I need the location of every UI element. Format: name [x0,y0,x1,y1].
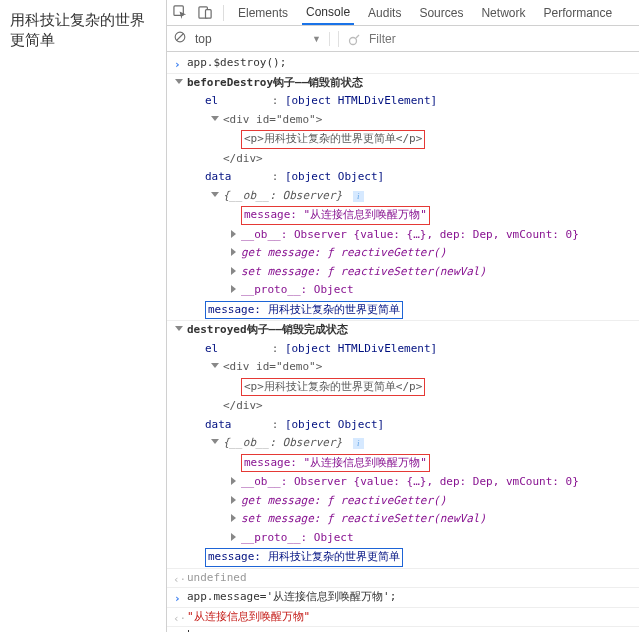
el-expanded[interactable]: <div id="demo"> [167,111,639,130]
tab-console[interactable]: Console [302,1,354,25]
triangle-down-icon [211,439,219,444]
console-prompt[interactable]: › [167,627,639,632]
data-obj[interactable]: {__ob__: Observer} i [167,187,639,206]
data-get[interactable]: get message: ƒ reactiveGetter() [167,244,639,263]
console-output: › app.$destroy(); beforeDestroy钩子——销毁前状态… [167,52,639,632]
prompt-icon: › [174,591,181,608]
prompt-icon: › [174,57,181,74]
triangle-right-icon [231,496,236,504]
chevron-down-icon: ▼ [312,34,321,44]
data-set[interactable]: set message: ƒ reactiveSetter(newVal) [167,263,639,282]
data-message: message: "从连接信息到唤醒万物" [167,205,639,226]
triangle-down-icon [211,363,219,368]
hook-title: beforeDestroy钩子——销毁前状态 [187,76,363,89]
field-data: data : [object Object] [167,416,639,435]
svg-rect-2 [206,10,212,18]
devtools: Elements Console Audits Sources Network … [167,0,639,632]
data-proto[interactable]: __proto__: Object [167,281,639,300]
el-close: </div> [167,397,639,416]
triangle-down-icon [211,192,219,197]
device-icon[interactable] [198,5,213,20]
cmd-text: app.$destroy(); [187,56,286,69]
result-icon: ‹· [173,611,186,628]
filter-icon[interactable] [347,30,361,47]
field-message: message: 用科技让复杂的世界更简单 [167,547,639,569]
data-ob[interactable]: __ob__: Observer {value: {…}, dep: Dep, … [167,473,639,492]
triangle-down-icon [175,326,183,331]
tab-sources[interactable]: Sources [415,2,467,24]
triangle-right-icon [231,514,236,522]
svg-line-4 [177,34,184,41]
console-input-line: › app.$destroy(); [167,54,639,74]
el-expanded[interactable]: <div id="demo"> [167,358,639,377]
field-el: el : [object HTMLDivElement] [167,340,639,359]
result-line: ‹· undefined [167,569,639,589]
field-data: data : [object Object] [167,168,639,187]
hook-header[interactable]: destroyed钩子——销毁完成状态 [167,321,639,340]
el-close: </div> [167,150,639,169]
context-value: top [195,32,212,46]
triangle-right-icon [231,230,236,238]
triangle-down-icon [211,116,219,121]
data-get[interactable]: get message: ƒ reactiveGetter() [167,492,639,511]
svg-point-5 [350,38,357,45]
info-badge-icon: i [353,191,364,202]
data-set[interactable]: set message: ƒ reactiveSetter(newVal) [167,510,639,529]
context-select[interactable]: top ▼ [195,32,330,46]
tab-performance[interactable]: Performance [539,2,616,24]
triangle-right-icon [231,477,236,485]
clear-console-icon[interactable] [173,30,187,47]
cmd-text: app.message='从连接信息到唤醒万物'; [187,590,396,603]
page-content: 用科技让复杂的世界更简单 [0,0,167,632]
tab-network[interactable]: Network [477,2,529,24]
triangle-right-icon [231,267,236,275]
triangle-right-icon [231,248,236,256]
info-badge-icon: i [353,438,364,449]
triangle-right-icon [231,285,236,293]
el-child: <p>用科技让复杂的世界更简单</p> [167,129,639,150]
data-ob[interactable]: __ob__: Observer {value: {…}, dep: Dep, … [167,226,639,245]
app-text: 用科技让复杂的世界更简单 [10,10,156,49]
triangle-right-icon [231,533,236,541]
el-child: <p>用科技让复杂的世界更简单</p> [167,377,639,398]
result-icon: ‹· [173,572,186,589]
field-el: el : [object HTMLDivElement] [167,92,639,111]
hook-title: destroyed钩子——销毁完成状态 [187,323,348,336]
devtools-tabbar: Elements Console Audits Sources Network … [167,0,639,26]
tab-audits[interactable]: Audits [364,2,405,24]
console-subbar: top ▼ [167,26,639,52]
data-message: message: "从连接信息到唤醒万物" [167,453,639,474]
filter-input[interactable] [369,32,633,46]
data-proto[interactable]: __proto__: Object [167,529,639,548]
console-input-line: › app.message='从连接信息到唤醒万物'; [167,588,639,608]
triangle-down-icon [175,79,183,84]
tab-elements[interactable]: Elements [234,2,292,24]
hook-header[interactable]: beforeDestroy钩子——销毁前状态 [167,74,639,93]
svg-line-6 [356,35,359,38]
result-line: ‹· "从连接信息到唤醒万物" [167,608,639,628]
field-message: message: 用科技让复杂的世界更简单 [167,300,639,322]
inspect-icon[interactable] [173,5,188,20]
data-obj[interactable]: {__ob__: Observer} i [167,434,639,453]
